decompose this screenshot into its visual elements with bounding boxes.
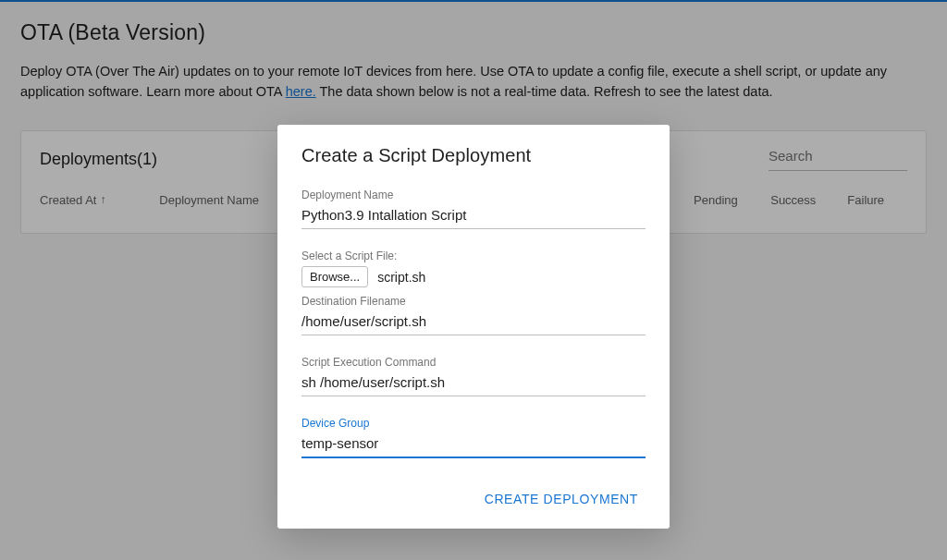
file-row: Browse... script.sh	[301, 266, 646, 287]
deployment-name-label: Deployment Name	[301, 189, 646, 201]
device-group-input[interactable]	[301, 433, 646, 458]
dialog-title: Create a Script Deployment	[301, 145, 646, 166]
browse-button[interactable]: Browse...	[301, 266, 368, 287]
field-exec-command: Script Execution Command	[301, 356, 646, 396]
destination-label: Destination Filename	[301, 295, 646, 308]
device-group-label: Device Group	[301, 417, 646, 430]
create-deployment-button[interactable]: CREATE DEPLOYMENT	[477, 486, 646, 512]
dialog-actions: CREATE DEPLOYMENT	[301, 486, 646, 512]
deployment-name-input[interactable]	[301, 205, 646, 229]
field-destination: Destination Filename	[301, 295, 646, 335]
destination-input[interactable]	[301, 311, 646, 335]
exec-command-input[interactable]	[301, 372, 646, 396]
script-file-label: Select a Script File:	[301, 250, 646, 262]
modal-overlay[interactable]: Create a Script Deployment Deployment Na…	[0, 0, 947, 560]
field-deployment-name: Deployment Name	[301, 189, 646, 229]
exec-command-label: Script Execution Command	[301, 356, 646, 369]
create-deployment-dialog: Create a Script Deployment Deployment Na…	[277, 125, 670, 529]
field-script-file: Select a Script File: Browse... script.s…	[301, 250, 646, 287]
field-device-group: Device Group	[301, 417, 646, 458]
selected-filename: script.sh	[377, 270, 425, 285]
